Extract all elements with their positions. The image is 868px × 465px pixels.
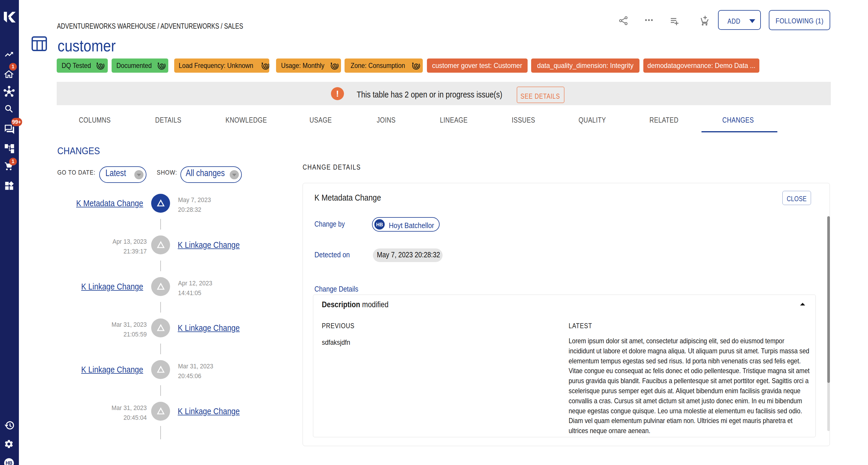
svg-text:A: A (415, 64, 418, 68)
svg-text:A: A (161, 64, 163, 68)
svg-text:A: A (99, 64, 102, 68)
svg-text:A: A (334, 64, 336, 68)
svg-text:A: A (265, 64, 267, 68)
